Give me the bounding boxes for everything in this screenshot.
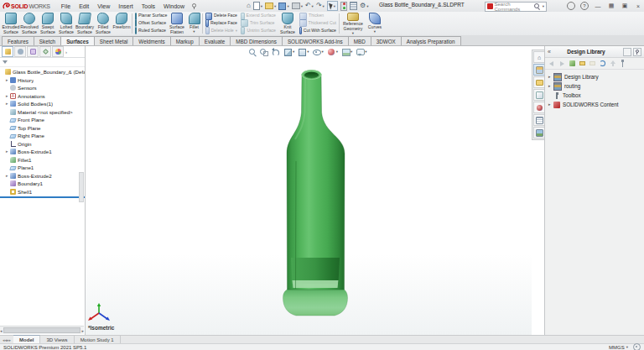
menu-tools[interactable]: Tools xyxy=(138,3,159,10)
tree-filter-row[interactable] xyxy=(0,58,85,67)
tree-vertical-scrollbar[interactable] xyxy=(79,172,84,202)
delete-face-button[interactable]: Delete Face xyxy=(204,13,239,19)
edit-appearance-icon[interactable] xyxy=(327,48,335,56)
close-button[interactable]: × xyxy=(634,3,642,9)
refresh-icon[interactable] xyxy=(599,60,606,67)
tab-configurationmanager[interactable] xyxy=(27,46,39,57)
add-to-library-icon[interactable] xyxy=(569,60,576,67)
tab-analysis-preparation[interactable]: Analysis Preparation xyxy=(401,36,461,45)
trim-surface-button[interactable]: Trim Surface xyxy=(239,20,278,27)
cut-with-surface-button[interactable]: Cut With Surface xyxy=(298,28,338,34)
untrim-surface-button[interactable]: Untrim Surface xyxy=(239,28,278,34)
tree-item-part-root[interactable]: Glass Bottle_Boundary_& (Default<<Def xyxy=(0,68,85,76)
reference-geometry-button[interactable]: Reference Geometry▾ xyxy=(340,12,366,35)
units-selector[interactable]: MMGS▾ xyxy=(609,345,628,350)
zoom-to-area-icon[interactable] xyxy=(260,48,268,56)
create-new-folder-icon[interactable] xyxy=(579,60,586,67)
revolved-surface-button[interactable]: Revolved Surface xyxy=(20,12,39,35)
search-commands-box[interactable]: Search Commands ▾ xyxy=(485,2,547,12)
tree-item-fillet1[interactable]: Fillet1 xyxy=(0,156,85,165)
custom-properties-tag-icon[interactable] xyxy=(633,343,641,350)
filled-surface-button[interactable]: Filled Surface xyxy=(94,12,112,35)
tab-design-library[interactable] xyxy=(533,64,545,76)
scroll-left-icon[interactable]: ◂ xyxy=(0,328,3,333)
tab-weldments[interactable]: Weldments xyxy=(132,36,170,45)
thicken-button[interactable]: Thicken xyxy=(298,13,338,19)
tree-item-material[interactable]: Material <not specified> xyxy=(0,108,85,117)
new-file-button[interactable]: ▾ xyxy=(253,2,262,10)
fillet-button[interactable]: Fillet▾ xyxy=(187,12,201,35)
dropdown-icon[interactable]: ▾ xyxy=(193,30,195,34)
tree-item-boss-extrude2[interactable]: ▸Boss-Extrude2 xyxy=(0,172,85,180)
tree-horizontal-scrollbar[interactable]: ◂▸ xyxy=(0,326,84,334)
tree-item-boss-extrude1[interactable]: ▸Boss-Extrude1 xyxy=(0,148,85,156)
library-item-toolbox[interactable]: Toolbox xyxy=(545,91,644,100)
back-icon[interactable] xyxy=(548,60,556,67)
menu-view[interactable]: View xyxy=(93,3,114,10)
restore-button[interactable]: ▣ xyxy=(621,3,629,9)
tab-featuremanager[interactable] xyxy=(2,46,13,57)
search-icon[interactable] xyxy=(534,3,540,10)
bottle-model[interactable] xyxy=(273,64,357,324)
library-item-routing[interactable]: ▸routing xyxy=(545,81,644,91)
tree-item-history[interactable]: ▸History xyxy=(0,76,85,85)
display-style-icon[interactable] xyxy=(298,48,306,56)
save-button[interactable]: ▾ xyxy=(278,3,288,10)
scrollbar-thumb[interactable] xyxy=(3,327,81,333)
surface-flatten-button[interactable]: Surface Flatten xyxy=(167,12,187,35)
tab-custom-properties[interactable] xyxy=(533,114,545,126)
tab-evaluate[interactable]: Evaluate xyxy=(199,36,231,45)
tree-item-right-plane[interactable]: Right Plane xyxy=(0,132,85,140)
move-up-icon[interactable] xyxy=(609,60,616,67)
open-file-button[interactable]: ▾ xyxy=(265,3,276,9)
add-favorites-icon[interactable] xyxy=(623,48,631,56)
tree-item-front-plane[interactable]: Front Plane xyxy=(0,116,85,124)
tree-item-solid-bodies[interactable]: ▸Solid Bodies(1) xyxy=(0,100,85,108)
swept-surface-button[interactable]: Swept Surface xyxy=(39,12,57,35)
offset-surface-button[interactable]: Offset Surface xyxy=(133,20,167,27)
rebuild-button[interactable] xyxy=(340,2,347,11)
lofted-surface-button[interactable]: Lofted Surface xyxy=(57,12,75,35)
menu-insert[interactable]: Insert xyxy=(114,3,138,10)
tab-overflow-icon[interactable]: › xyxy=(65,50,67,55)
curves-button[interactable]: Curves▾ xyxy=(366,12,384,35)
tab-markup[interactable]: Markup xyxy=(170,36,200,45)
tab-mbd[interactable]: MBD xyxy=(348,36,371,45)
search-scope-dropdown-icon[interactable]: ▾ xyxy=(543,4,544,8)
account-icon[interactable] xyxy=(567,2,575,10)
tab-home[interactable]: ⌂ xyxy=(533,51,545,63)
library-item-design-library[interactable]: ▸Design Library xyxy=(545,72,644,81)
graphics-viewport[interactable]: ▾ ▾ ▾ ▾ ▾ ▾ xyxy=(86,46,532,335)
planar-surface-button[interactable]: Planar Surface xyxy=(133,13,167,19)
tab-sketch[interactable]: Sketch xyxy=(34,36,61,45)
tab-displaymanager[interactable] xyxy=(52,46,64,57)
home-button[interactable]: ⌂ xyxy=(247,3,251,9)
print-button[interactable]: ▾ xyxy=(292,3,303,9)
hide-show-items-icon[interactable] xyxy=(313,48,321,56)
thickened-cut-button[interactable]: Thickened Cut xyxy=(298,20,338,27)
tab-solidworks-add-ins[interactable]: SOLIDWORKS Add-Ins xyxy=(282,36,349,45)
file-properties-button[interactable] xyxy=(350,2,357,10)
minimize-button[interactable]: — xyxy=(594,3,602,9)
extend-surface-button[interactable]: Extend Surface xyxy=(239,13,278,19)
pin-pane-icon[interactable] xyxy=(633,48,641,56)
tree-item-annotations[interactable]: ▸AAnnotations xyxy=(0,92,85,101)
tree-item-plane1[interactable]: Plane1 xyxy=(0,164,85,172)
tab-dimxpertmanager[interactable] xyxy=(39,46,51,57)
library-item-solidworks-content[interactable]: ▸SOLIDWORKS Content xyxy=(545,100,644,109)
view-settings-icon[interactable] xyxy=(356,48,364,56)
dropdown-icon[interactable]: ▾ xyxy=(374,30,376,34)
knit-surface-button[interactable]: Knit Surface xyxy=(278,12,298,35)
tab-surfaces[interactable]: Surfaces xyxy=(60,36,95,45)
tab-propertymanager[interactable] xyxy=(14,46,26,57)
zoom-to-fit-icon[interactable] xyxy=(248,48,257,56)
select-button[interactable]: ▾ xyxy=(327,1,338,11)
previous-view-icon[interactable] xyxy=(272,48,280,56)
tab-view-palette[interactable] xyxy=(533,89,545,101)
menu-edit[interactable]: Edit xyxy=(75,3,93,10)
tab-sheet-metal[interactable]: Sheet Metal xyxy=(94,36,134,45)
tree-item-top-plane[interactable]: Top Plane xyxy=(0,124,85,133)
file-location-icon[interactable] xyxy=(589,60,596,67)
replace-face-button[interactable]: Replace Face xyxy=(204,20,239,27)
redo-button[interactable]: ↷▾ xyxy=(316,3,325,9)
